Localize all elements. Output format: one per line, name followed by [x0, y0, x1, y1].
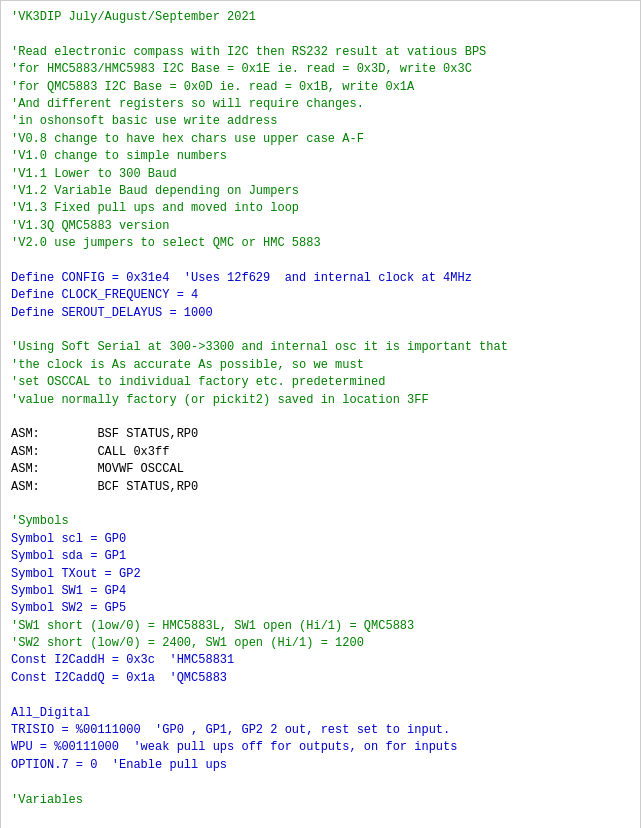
- code-block: 'VK3DIP July/August/September 2021 'Read…: [11, 9, 630, 828]
- code-line: 'value normally factory (or pickit2) sav…: [11, 393, 429, 407]
- code-line: 'set OSCCAL to individual factory etc. p…: [11, 375, 385, 389]
- code-line: Const I2CaddQ = 0x1a 'QMC5883: [11, 671, 227, 685]
- code-line: 'And different registers so will require…: [11, 97, 364, 111]
- code-line: 'V1.0 change to simple numbers: [11, 149, 227, 163]
- code-line: 'for QMC5883 I2C Base = 0x0D ie. read = …: [11, 80, 414, 94]
- code-container: 'VK3DIP July/August/September 2021 'Read…: [0, 0, 641, 828]
- code-line: Symbol TXout = GP2: [11, 567, 141, 581]
- code-line: 'SW1 short (low/0) = HMC5883L, SW1 open …: [11, 619, 414, 633]
- code-line: Symbol SW1 = GP4: [11, 584, 126, 598]
- code-line: 'the clock is As accurate As possible, s…: [11, 358, 364, 372]
- code-line: 'Symbols: [11, 514, 69, 528]
- code-line: Define CLOCK_FREQUENCY = 4: [11, 288, 198, 302]
- code-line: 'V1.3Q QMC5883 version: [11, 219, 169, 233]
- code-line: Const I2CaddH = 0x3c 'HMC58831: [11, 653, 234, 667]
- code-line: 'V1.1 Lower to 300 Baud: [11, 167, 177, 181]
- code-line: Symbol SW2 = GP5: [11, 601, 126, 615]
- code-line: ASM: BSF STATUS,RP0: [11, 427, 198, 441]
- code-line: OPTION.7 = 0 'Enable pull ups: [11, 758, 227, 772]
- code-line: Define CONFIG = 0x31e4 'Uses 12f629 and …: [11, 271, 472, 285]
- code-line: 'V1.3 Fixed pull ups and moved into loop: [11, 201, 299, 215]
- code-line: 'Read electronic compass with I2C then R…: [11, 45, 486, 59]
- code-line: WPU = %00111000 'weak pull ups off for o…: [11, 740, 457, 754]
- code-line: 'Variables: [11, 793, 83, 807]
- code-line: Symbol scl = GP0: [11, 532, 126, 546]
- code-line: 'V1.2 Variable Baud depending on Jumpers: [11, 184, 299, 198]
- code-line: 'in oshonsoft basic use write address: [11, 114, 277, 128]
- code-line: 'for HMC5883/HMC5983 I2C Base = 0x1E ie.…: [11, 62, 472, 76]
- code-line: TRISIO = %00111000 'GP0 , GP1, GP2 2 out…: [11, 723, 450, 737]
- code-line: 'Using Soft Serial at 300->3300 and inte…: [11, 340, 508, 354]
- code-line: 'SW2 short (low/0) = 2400, SW1 open (Hi/…: [11, 636, 364, 650]
- code-line: 'V2.0 use jumpers to select QMC or HMC 5…: [11, 236, 321, 250]
- code-line: ASM: CALL 0x3ff: [11, 445, 169, 459]
- code-line: 'VK3DIP July/August/September 2021: [11, 10, 256, 24]
- code-line: Symbol sda = GP1: [11, 549, 126, 563]
- code-line: 'V0.8 change to have hex chars use upper…: [11, 132, 364, 146]
- code-line: ASM: MOVWF OSCCAL: [11, 462, 184, 476]
- code-line: All_Digital: [11, 706, 90, 720]
- code-line: Define SEROUT_DELAYUS = 1000: [11, 306, 213, 320]
- code-line: ASM: BCF STATUS,RP0: [11, 480, 198, 494]
